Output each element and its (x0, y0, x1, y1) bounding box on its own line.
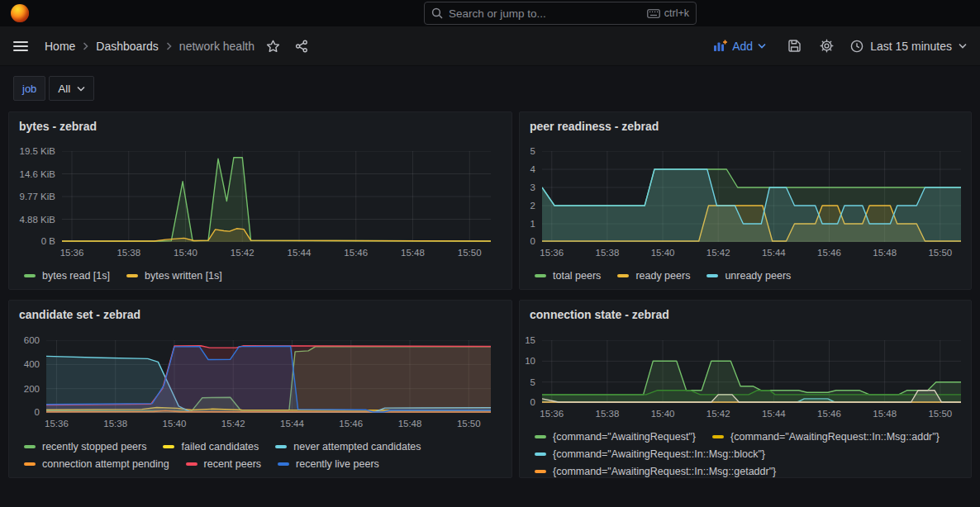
save-button[interactable] (784, 36, 805, 56)
y-axis-tick: 400 (9, 358, 40, 370)
chart-plot[interactable] (542, 340, 961, 403)
chart-plot[interactable] (46, 340, 491, 413)
time-range-picker[interactable]: Last 15 minutes (850, 40, 967, 53)
menu-icon[interactable] (13, 41, 28, 51)
legend-item[interactable]: {command="AwaitingRequest::In::Msg::bloc… (535, 448, 765, 460)
legend-series-label: ready peers (635, 270, 690, 282)
y-axis-tick: 19.5 KiB (9, 145, 55, 157)
x-axis-tick: 15:44 (753, 408, 794, 419)
dashboard-grid: bytes - zebrad0 B4.88 KiB9.77 KiB14.6 Ki… (0, 66, 980, 507)
y-axis-tick: 0 B (9, 235, 55, 247)
add-button[interactable]: Add (713, 40, 766, 53)
star-icon (266, 40, 280, 53)
top-bar: Search or jump to... ctrl+k (0, 0, 980, 26)
chevron-right-icon (166, 42, 172, 50)
save-icon (787, 39, 802, 53)
legend-item[interactable]: connection attempt pending (24, 458, 169, 470)
grafana-logo[interactable] (11, 4, 29, 22)
panel-title[interactable]: connection state - zebrad (530, 308, 669, 321)
legend-series-color (24, 274, 36, 277)
legend: total peersready peersunready peers (535, 270, 963, 282)
x-axis-tick: 15:46 (331, 418, 372, 429)
clock-icon (850, 40, 863, 53)
legend-series-label: {command="AwaitingRequest"} (553, 431, 696, 443)
x-axis-tick: 15:36 (36, 418, 77, 429)
legend-item[interactable]: failed candidates (163, 441, 259, 453)
x-axis-tick: 15:36 (51, 247, 93, 258)
legend-item[interactable]: never attempted candidates (275, 441, 421, 453)
legend-series-color (706, 274, 718, 277)
breadcrumb-home[interactable]: Home (45, 40, 75, 53)
legend-series-label: total peers (553, 270, 601, 282)
legend-item[interactable]: unready peers (706, 270, 791, 282)
legend-series-color (24, 445, 36, 448)
x-axis-tick: 15:38 (95, 418, 136, 429)
search-icon (431, 7, 443, 19)
panel-title[interactable]: peer readiness - zebrad (530, 120, 659, 133)
chevron-down-icon (758, 43, 766, 49)
x-axis-tick: 15:46 (335, 247, 377, 258)
legend-item[interactable]: recently live peers (278, 458, 379, 470)
x-axis-tick: 15:40 (642, 408, 683, 419)
y-axis-tick: 15 (520, 334, 535, 346)
legend-item[interactable]: bytes written [1s] (126, 270, 222, 282)
breadcrumb-dashboards[interactable]: Dashboards (96, 40, 159, 53)
chart-plot[interactable] (62, 151, 491, 242)
x-axis-tick: 15:48 (864, 247, 906, 258)
dashboard-toolbar: Home Dashboards network health Add Last … (0, 26, 980, 66)
legend: {command="AwaitingRequest"}{command="Awa… (535, 431, 963, 477)
legend-item[interactable]: {command="AwaitingRequest::In::Msg::addr… (712, 431, 940, 443)
x-axis-tick: 15:40 (165, 247, 207, 258)
x-axis-tick: 15:36 (531, 247, 573, 258)
x-axis-tick: 15:38 (587, 408, 628, 419)
legend-series-color (24, 462, 36, 466)
legend-series-label: bytes read [1s] (42, 270, 110, 282)
add-chart-icon (713, 40, 727, 52)
y-axis-tick: 4.88 KiB (9, 214, 55, 225)
x-axis-tick: 15:48 (389, 418, 431, 429)
panel-bytes: bytes - zebrad0 B4.88 KiB9.77 KiB14.6 Ki… (8, 111, 512, 290)
search-input[interactable]: Search or jump to... ctrl+k (424, 2, 697, 25)
share-button[interactable] (292, 36, 312, 56)
legend-series-label: bytes written [1s] (145, 270, 222, 282)
x-axis-tick: 15:50 (448, 418, 489, 429)
legend-series-color (535, 274, 546, 277)
legend-item[interactable]: recent peers (186, 458, 261, 470)
legend-item[interactable]: total peers (535, 270, 601, 282)
panel-title[interactable]: bytes - zebrad (19, 120, 97, 133)
x-axis-tick: 15:42 (221, 247, 263, 258)
legend-series-color (535, 435, 546, 438)
star-button[interactable] (263, 36, 283, 56)
x-axis-tick: 15:36 (531, 408, 573, 419)
chevron-down-icon (959, 43, 967, 49)
legend: bytes read [1s]bytes written [1s] (24, 270, 503, 282)
legend-series-label: {command="AwaitingRequest::In::Msg::addr… (730, 431, 940, 443)
y-axis-tick: 9.77 KiB (9, 191, 55, 202)
y-axis-tick: 1 (520, 218, 535, 230)
legend-item[interactable]: recently stopped peers (24, 441, 146, 453)
y-axis-tick: 200 (9, 383, 40, 395)
y-axis-tick: 3 (520, 182, 535, 193)
legend-item[interactable]: {command="AwaitingRequest::In::Msg::geta… (535, 466, 776, 477)
y-axis-tick: 5 (520, 145, 535, 157)
x-axis-tick: 15:38 (587, 247, 628, 258)
chart-plot[interactable] (542, 151, 961, 242)
legend-series-color (617, 274, 629, 277)
legend-item[interactable]: {command="AwaitingRequest"} (535, 431, 696, 443)
legend-series-label: {command="AwaitingRequest::In::Msg::bloc… (553, 448, 765, 460)
y-axis-tick: 600 (9, 334, 40, 346)
legend-item[interactable]: bytes read [1s] (24, 270, 110, 282)
x-axis-tick: 15:44 (278, 247, 320, 258)
settings-button[interactable] (816, 36, 837, 56)
panel-title[interactable]: candidate set - zebrad (19, 308, 140, 321)
x-axis-tick: 15:50 (449, 247, 490, 258)
x-axis-tick: 15:50 (920, 247, 961, 258)
legend-series-color (535, 453, 546, 456)
legend-item[interactable]: ready peers (617, 270, 690, 282)
legend-series-label: never attempted candidates (293, 441, 421, 453)
x-axis-tick: 15:48 (864, 408, 906, 419)
legend-series-color (535, 470, 546, 473)
x-axis-tick: 15:40 (154, 418, 195, 429)
legend-series-label: recent peers (204, 458, 261, 470)
panel-peer: peer readiness - zebrad01234515:3615:381… (519, 111, 972, 290)
